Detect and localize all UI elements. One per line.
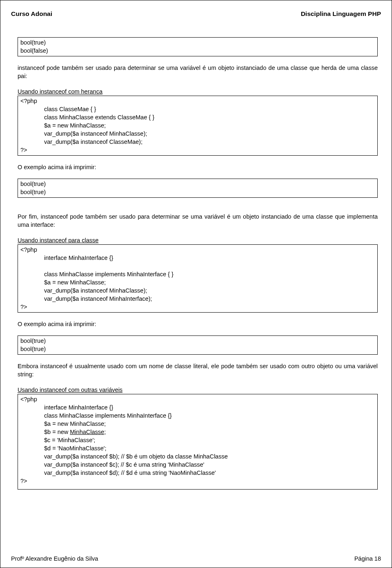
- output-label-2: O exemplo acima irá imprimir:: [18, 320, 378, 328]
- header-left: Curso Adonai: [11, 10, 52, 18]
- footer-author: Profº Alexandre Eugênio da Silva: [11, 555, 98, 562]
- code-line: $d = 'NaoMinhaClasse';: [44, 444, 375, 452]
- code-box-2: <?php interface MinhaInterface {} class …: [18, 244, 378, 313]
- code-line: class MinhaClasse implements MinhaInterf…: [44, 270, 375, 278]
- page-footer: Profº Alexandre Eugênio da Silva Página …: [11, 555, 381, 562]
- code-line: ?>: [20, 477, 375, 485]
- example-title-1: Usando instanceof com herança: [18, 88, 102, 95]
- output-box-3: bool(true) bool(true): [18, 335, 378, 355]
- code-line: var_dump($a instanceof $b); // $b é um o…: [44, 452, 375, 461]
- example-title-3: Usando instanceof com outras variáveis: [18, 387, 122, 393]
- example-title-2: Usando instanceof para classe: [18, 237, 98, 244]
- code-line: var_dump($a instanceof ClasseMae);: [44, 138, 375, 146]
- footer-page-number: Página 18: [354, 555, 381, 562]
- output-line: bool(true): [20, 180, 375, 188]
- output-line: bool(true): [20, 337, 375, 345]
- code-line: var_dump($a instanceof MinhaClasse);: [44, 286, 375, 295]
- output-box-1: bool(true) bool(false): [18, 37, 378, 56]
- output-line: bool(true): [20, 38, 375, 47]
- output-label-1: O exemplo acima irá imprimir:: [18, 163, 378, 171]
- code-line: $a = new MinhaClasse;: [44, 420, 375, 428]
- page-header: Curso Adonai Disciplina Linguagem PHP: [11, 10, 381, 18]
- code-line: var_dump($a instanceof MinhaInterface);: [44, 295, 375, 303]
- output-line: bool(true): [20, 345, 375, 353]
- code-line: $c = 'MinhaClasse';: [44, 436, 375, 444]
- page: Curso Adonai Disciplina Linguagem PHP bo…: [0, 0, 392, 568]
- code-line: <?php: [20, 395, 375, 403]
- code-line: var_dump($a instanceof $c); // $c é uma …: [44, 461, 375, 469]
- code-line: var_dump($a instanceof MinhaClasse);: [44, 130, 375, 138]
- code-line: class MinhaClasse extends ClasseMae { }: [44, 113, 375, 121]
- code-line: interface MinhaInterface {}: [44, 403, 375, 411]
- code-line: [44, 262, 375, 270]
- page-content: bool(true) bool(false) instanceof pode t…: [11, 37, 381, 490]
- code-line: class MinhaClasse implements MinhaInterf…: [44, 411, 375, 420]
- header-right: Disciplina Linguagem PHP: [301, 10, 381, 18]
- code-line: $b = new MinhaClasse;: [44, 428, 375, 436]
- paragraph-3: Embora instanceof é usualmente usado com…: [18, 362, 378, 378]
- code-line: <?php: [20, 246, 375, 254]
- paragraph-2: Por fim, instanceof pode também ser usad…: [18, 212, 378, 229]
- code-line: $a = new MinhaClasse;: [44, 278, 375, 286]
- code-line: class ClasseMae { }: [44, 105, 375, 113]
- code-line: ?>: [20, 303, 375, 311]
- code-box-1: <?php class ClasseMae { } class MinhaCla…: [18, 96, 378, 156]
- code-line: <?php: [20, 97, 375, 105]
- output-line: bool(false): [20, 47, 375, 55]
- code-line: ?>: [20, 146, 375, 154]
- paragraph-1: instanceof pode também ser usado para de…: [18, 64, 378, 80]
- code-box-3: <?php interface MinhaInterface {} class …: [18, 394, 378, 490]
- output-box-2: bool(true) bool(true): [18, 179, 378, 198]
- code-line: $a = new MinhaClasse;: [44, 121, 375, 130]
- code-line: var_dump($a instanceof $d); // $d é uma …: [44, 469, 375, 477]
- code-line: interface MinhaInterface {}: [44, 254, 375, 262]
- output-line: bool(true): [20, 188, 375, 196]
